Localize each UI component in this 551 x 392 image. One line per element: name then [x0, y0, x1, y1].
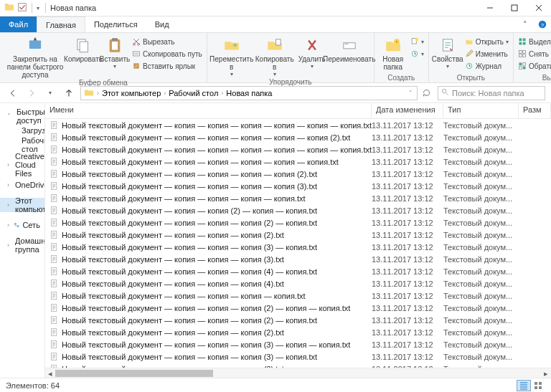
- select-all-button[interactable]: Выделить все: [518, 36, 551, 47]
- select-none-button[interactable]: Снять выделение: [518, 48, 551, 59]
- table-row[interactable]: Новый текстовый документ — копия — копия…: [45, 180, 551, 192]
- cut-button[interactable]: Вырезать: [132, 36, 202, 47]
- maximize-button[interactable]: [502, 0, 527, 16]
- svg-rect-29: [523, 54, 526, 57]
- new-folder-button[interactable]: Новая папка: [377, 34, 409, 71]
- sidebar-homegroup[interactable]: ›Домашняя группа: [0, 238, 44, 252]
- table-row[interactable]: Новый текстовый документ — копия — копия…: [45, 216, 551, 229]
- scroll-right-icon[interactable]: ▸: [541, 368, 551, 378]
- table-row[interactable]: Новый текстовый документ — копия — копия…: [45, 229, 551, 241]
- breadcrumb-item[interactable]: Новая папка: [226, 89, 272, 97]
- table-row[interactable]: Новый текстовый документ — копия — копия…: [45, 119, 551, 131]
- svg-rect-53: [51, 207, 56, 214]
- table-row[interactable]: Новый текстовый документ — копия — копия…: [45, 253, 551, 265]
- forward-button[interactable]: [24, 86, 39, 100]
- delete-button[interactable]: Удалить▾: [296, 34, 328, 70]
- qat-dropdown[interactable]: ▾: [37, 5, 39, 11]
- table-row[interactable]: Новый текстовый документ — копия — копия…: [45, 350, 551, 363]
- scroll-thumb[interactable]: [55, 370, 213, 377]
- table-row[interactable]: Новый текстовый документ — копия — копия…: [45, 168, 551, 180]
- move-to-button[interactable]: Переместить в▾: [210, 34, 253, 78]
- sidebar-desktop[interactable]: Рабочий стол: [0, 138, 44, 152]
- up-button[interactable]: [62, 86, 76, 100]
- edit-button[interactable]: Изменить: [465, 48, 509, 59]
- table-row[interactable]: Новый текстовый документ — копия — копия…: [45, 326, 551, 338]
- quick-check-icon[interactable]: [17, 2, 27, 14]
- tab-home[interactable]: Главная: [37, 16, 85, 32]
- svg-rect-25: [523, 42, 526, 45]
- column-type[interactable]: Тип: [443, 103, 519, 118]
- properties-button[interactable]: Свойства▾: [432, 34, 463, 70]
- sidebar-thispc[interactable]: ›Этот компьютер: [0, 198, 44, 212]
- open-button[interactable]: Открыть▾: [465, 36, 509, 47]
- sidebar-network[interactable]: ›Сеть: [0, 218, 44, 232]
- refresh-button[interactable]: [419, 86, 433, 100]
- back-button[interactable]: [6, 86, 20, 100]
- copy-path-button[interactable]: Скопировать путь: [132, 48, 202, 59]
- table-row[interactable]: Новый текстовый документ — копия — копия…: [45, 290, 551, 302]
- paste-shortcut-button[interactable]: Вставить ярлык: [132, 60, 202, 72]
- svg-rect-42: [14, 223, 17, 224]
- table-row[interactable]: Новый текстовый документ — копия — копия…: [45, 131, 551, 143]
- details-view-button[interactable]: [517, 380, 531, 391]
- easy-access-button[interactable]: ▾: [410, 48, 424, 59]
- invert-selection-button[interactable]: Обратить выделение: [518, 60, 551, 72]
- tab-file[interactable]: Файл: [0, 16, 37, 32]
- sidebar-ccf[interactable]: ›Creative Cloud Files: [0, 158, 44, 172]
- sidebar-quick-access[interactable]: ˅Быстрый доступ: [0, 109, 44, 123]
- table-row[interactable]: Новый текстовый документ — копия — копия…: [45, 314, 551, 326]
- tab-share[interactable]: Поделиться: [85, 16, 146, 32]
- file-type: Текстовый докум...: [443, 328, 519, 337]
- copy-to-button[interactable]: Копировать в▾: [253, 34, 296, 78]
- new-item-button[interactable]: ▾: [410, 36, 424, 47]
- svg-rect-0: [19, 4, 27, 11]
- copy-button[interactable]: Копировать: [67, 34, 99, 63]
- address-bar[interactable]: › Этот компьютер › Рабочий стол › Новая …: [80, 86, 418, 100]
- table-row[interactable]: Новый текстовый документ — копия — копия…: [45, 143, 551, 156]
- sidebar-onedrive[interactable]: ›OneDrive: [0, 178, 44, 192]
- file-list[interactable]: Новый текстовый документ — копия — копия…: [45, 119, 551, 368]
- breadcrumb-item[interactable]: Этот компьютер: [102, 89, 161, 97]
- table-row[interactable]: Новый текстовый документ — копия — копия…: [45, 204, 551, 216]
- chevron-right-icon[interactable]: ›: [220, 90, 225, 97]
- column-name[interactable]: Имени: [45, 103, 372, 118]
- svg-rect-47: [51, 134, 56, 141]
- file-type: Текстовый докум...: [443, 194, 519, 203]
- table-row[interactable]: Новый текстовый документ — копия — копия…: [45, 363, 551, 368]
- sidebar-downloads[interactable]: Загрузки: [0, 123, 44, 138]
- file-date: 13.11.2017 13:12: [372, 121, 443, 130]
- svg-rect-9: [112, 38, 118, 40]
- search-input[interactable]: Поиск: Новая папка: [438, 86, 545, 100]
- table-row[interactable]: Новый текстовый документ — копия — копия…: [45, 277, 551, 290]
- svg-rect-48: [51, 146, 56, 153]
- address-dropdown[interactable]: ˅: [408, 90, 414, 97]
- help-icon[interactable]: ?: [534, 16, 551, 32]
- file-name: Новый текстовый документ — копия — копия…: [62, 353, 317, 361]
- table-row[interactable]: Новый текстовый документ — копия — копия…: [45, 192, 551, 204]
- table-row[interactable]: Новый текстовый документ — копия — копия…: [45, 241, 551, 253]
- column-date[interactable]: Дата изменения: [372, 103, 443, 118]
- minimize-button[interactable]: [478, 0, 502, 16]
- tab-view[interactable]: Вид: [146, 16, 178, 32]
- breadcrumb-item[interactable]: Рабочий стол: [169, 89, 218, 97]
- scroll-left-icon[interactable]: ◂: [45, 368, 55, 378]
- chevron-right-icon[interactable]: ›: [95, 90, 100, 97]
- chevron-right-icon[interactable]: ›: [162, 90, 167, 97]
- table-row[interactable]: Новый текстовый документ — копия — копия…: [45, 156, 551, 168]
- table-row[interactable]: Новый текстовый документ — копия — копия…: [45, 302, 551, 314]
- rename-button[interactable]: Переименовать: [328, 34, 371, 63]
- svg-point-34: [442, 89, 446, 93]
- paste-button[interactable]: Вставить ▾: [99, 34, 131, 70]
- column-size[interactable]: Разм: [519, 103, 551, 118]
- large-icons-view-button[interactable]: [531, 380, 545, 391]
- svg-rect-22: [519, 39, 522, 42]
- horizontal-scrollbar[interactable]: ◂ ▸: [45, 368, 551, 378]
- table-row[interactable]: Новый текстовый документ — копия — копия…: [45, 338, 551, 350]
- pin-quickaccess-button[interactable]: Закрепить на панели быстрого доступа: [3, 34, 67, 79]
- recent-button[interactable]: ▾: [43, 86, 57, 100]
- table-row[interactable]: Новый текстовый документ — копия — копия…: [45, 265, 551, 277]
- ribbon-collapse-icon[interactable]: ˄: [517, 16, 534, 32]
- history-button[interactable]: Журнал: [465, 60, 509, 72]
- svg-rect-14: [276, 39, 281, 45]
- close-button[interactable]: [527, 0, 551, 16]
